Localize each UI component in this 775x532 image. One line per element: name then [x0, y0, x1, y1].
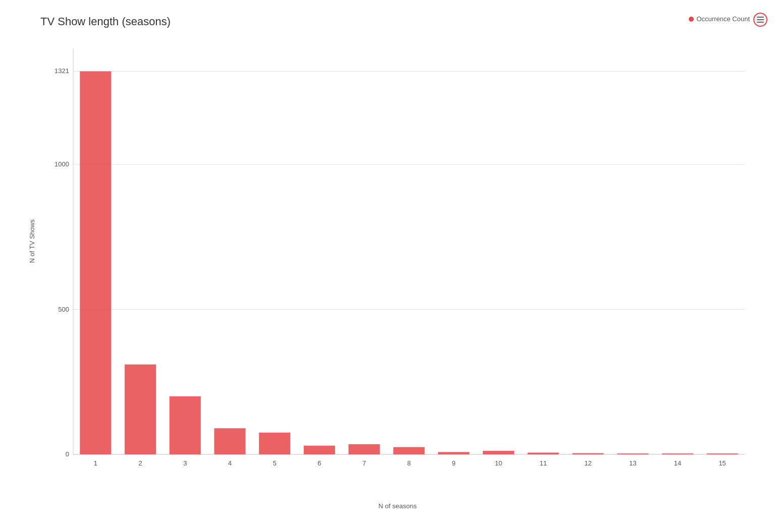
- chart-container: TV Show length (seasons) Occurrence Coun…: [0, 0, 775, 532]
- svg-rect-37: [707, 453, 738, 454]
- svg-text:13: 13: [629, 459, 636, 467]
- svg-rect-13: [170, 396, 201, 454]
- svg-text:9: 9: [452, 459, 456, 467]
- legend-label: Occurrence Count: [697, 15, 750, 23]
- svg-rect-9: [80, 71, 111, 454]
- svg-rect-23: [393, 447, 424, 454]
- svg-text:0: 0: [66, 450, 69, 458]
- menu-line-1: [757, 17, 764, 18]
- svg-text:11: 11: [539, 459, 546, 467]
- svg-text:5: 5: [273, 459, 276, 467]
- legend-dot-icon: [689, 17, 694, 22]
- legend: Occurrence Count: [689, 15, 750, 23]
- svg-text:8: 8: [407, 459, 411, 467]
- svg-text:14: 14: [674, 459, 681, 467]
- chart-title: TV Show length (seasons): [40, 15, 755, 28]
- y-axis-label: N of TV Shows: [28, 219, 36, 263]
- chart-area: N of TV Shows N of seasons 0500100013211…: [40, 33, 755, 485]
- menu-line-3: [757, 22, 764, 23]
- svg-rect-15: [214, 428, 246, 454]
- svg-text:500: 500: [58, 306, 69, 313]
- svg-rect-29: [528, 453, 559, 454]
- svg-text:4: 4: [228, 459, 232, 467]
- svg-text:1000: 1000: [54, 160, 69, 168]
- svg-text:3: 3: [183, 459, 187, 467]
- svg-rect-25: [438, 452, 469, 454]
- svg-rect-27: [483, 451, 514, 454]
- svg-text:10: 10: [495, 459, 502, 467]
- svg-text:1: 1: [94, 459, 97, 467]
- svg-rect-11: [125, 365, 156, 454]
- svg-rect-21: [349, 444, 380, 454]
- menu-button[interactable]: [753, 13, 767, 27]
- svg-text:2: 2: [138, 459, 142, 467]
- x-axis-label: N of seasons: [378, 502, 417, 510]
- menu-line-2: [757, 19, 764, 20]
- svg-rect-31: [572, 453, 603, 454]
- svg-rect-35: [662, 453, 693, 454]
- svg-text:12: 12: [584, 459, 591, 467]
- svg-text:7: 7: [362, 459, 366, 467]
- chart-svg: 050010001321123456789101112131415: [40, 33, 755, 485]
- svg-text:15: 15: [718, 459, 726, 467]
- svg-rect-19: [304, 446, 335, 454]
- svg-text:1321: 1321: [54, 67, 69, 75]
- svg-rect-17: [259, 433, 290, 454]
- svg-rect-33: [617, 453, 648, 454]
- svg-text:6: 6: [317, 459, 321, 467]
